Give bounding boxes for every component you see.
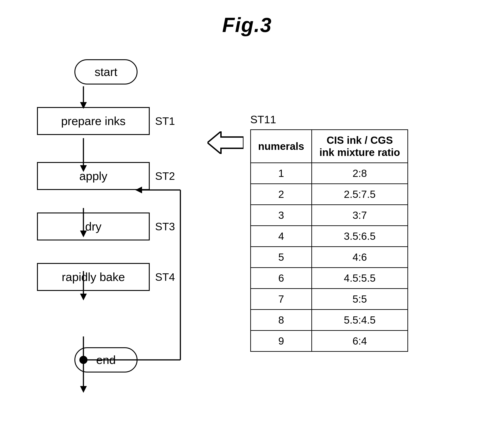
ratio-cell: 4.5:5.5 — [312, 268, 408, 289]
table-row: 22.5:7.5 — [251, 184, 408, 205]
st4-label: ST4 — [155, 271, 175, 283]
numeral-cell: 1 — [251, 163, 312, 184]
prepare-inks-label: prepare inks — [61, 114, 126, 128]
numeral-cell: 9 — [251, 331, 312, 351]
col2-header: CIS ink / CGS ink mixture ratio — [312, 130, 408, 163]
apply-box: apply — [37, 162, 150, 190]
table-row: 33:7 — [251, 205, 408, 226]
ratio-cell: 2:8 — [312, 163, 408, 184]
large-left-arrow — [208, 131, 244, 154]
ratio-cell: 5.5:4.5 — [312, 310, 408, 331]
mixture-ratio-table: numerals CIS ink / CGS ink mixture ratio… — [250, 129, 408, 352]
end-oval: end — [74, 347, 137, 373]
col2-header-line1: CIS ink / CGS — [326, 134, 393, 146]
dry-box: dry — [37, 213, 150, 241]
st3-label: ST3 — [155, 220, 175, 233]
svg-marker-16 — [208, 131, 244, 154]
table-row: 43.5:6.5 — [251, 226, 408, 247]
table-row: 85.5:4.5 — [251, 310, 408, 331]
numeral-cell: 8 — [251, 310, 312, 331]
end-label: end — [96, 353, 116, 366]
ratio-cell: 2.5:7.5 — [312, 184, 408, 205]
rapidly-bake-box: rapidly bake — [37, 263, 150, 291]
ratio-cell: 3:7 — [312, 205, 408, 226]
numeral-cell: 7 — [251, 289, 312, 310]
table-row: 96:4 — [251, 331, 408, 351]
table-row: 75:5 — [251, 289, 408, 310]
dry-label: dry — [85, 220, 101, 233]
ratio-cell: 6:4 — [312, 331, 408, 351]
col1-header: numerals — [251, 130, 312, 163]
ratio-cell: 3.5:6.5 — [312, 226, 408, 247]
st2-label: ST2 — [155, 170, 175, 182]
numeral-cell: 4 — [251, 226, 312, 247]
st11-label: ST11 — [250, 113, 408, 126]
prepare-inks-box: prepare inks — [37, 107, 150, 135]
rapidly-bake-label: rapidly bake — [62, 270, 125, 283]
numeral-cell: 6 — [251, 268, 312, 289]
ratio-cell: 5:5 — [312, 289, 408, 310]
numeral-cell: 2 — [251, 184, 312, 205]
apply-label: apply — [79, 170, 107, 182]
table-row: 54:6 — [251, 247, 408, 268]
table-row: 12:8 — [251, 163, 408, 184]
page-title: Fig.3 — [0, 0, 494, 37]
ratio-cell: 4:6 — [312, 247, 408, 268]
start-oval: start — [74, 59, 137, 85]
numeral-cell: 5 — [251, 247, 312, 268]
st1-label: ST1 — [155, 115, 175, 127]
numeral-cell: 3 — [251, 205, 312, 226]
start-label: start — [95, 65, 117, 78]
table-row: 64.5:5.5 — [251, 268, 408, 289]
col2-header-line2: ink mixture ratio — [319, 146, 400, 158]
svg-marker-11 — [80, 386, 87, 393]
